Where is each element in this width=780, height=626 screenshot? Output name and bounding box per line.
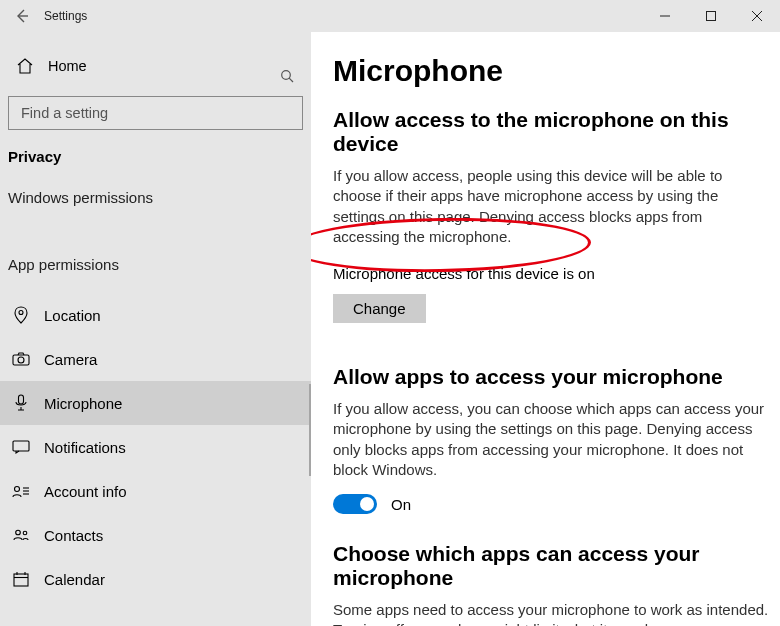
sidebar-item-contacts[interactable]: Contacts [0, 513, 311, 557]
sidebar: Home Privacy Windows permissions App per… [0, 32, 311, 626]
nav-group-privacy: Privacy [0, 148, 311, 165]
svg-point-12 [15, 487, 20, 492]
section-device-access-text: If you allow access, people using this d… [333, 166, 770, 247]
sidebar-item-microphone[interactable]: Microphone [0, 381, 311, 425]
sidebar-item-account-info[interactable]: Account info [0, 469, 311, 513]
nav-home-label: Home [48, 58, 87, 74]
notifications-icon [12, 440, 30, 454]
sidebar-item-location[interactable]: Location [0, 293, 311, 337]
nav-section-app-permissions: App permissions [0, 256, 311, 273]
sidebar-item-label: Microphone [44, 395, 122, 412]
title-bar: Settings [0, 0, 780, 32]
svg-point-17 [23, 531, 27, 535]
search-input[interactable] [8, 96, 303, 130]
account-info-icon [12, 484, 30, 498]
sidebar-item-label: Contacts [44, 527, 103, 544]
section-apps-access-text: If you allow access, you can choose whic… [333, 399, 770, 480]
app-title: Settings [44, 9, 87, 23]
section-choose-apps-title: Choose which apps can access your microp… [333, 542, 770, 590]
change-button[interactable]: Change [333, 294, 426, 323]
sidebar-item-notifications[interactable]: Notifications [0, 425, 311, 469]
close-button[interactable] [734, 0, 780, 32]
minimize-button[interactable] [642, 0, 688, 32]
camera-icon [12, 352, 30, 366]
svg-point-5 [282, 71, 291, 80]
back-button[interactable] [0, 0, 44, 32]
svg-point-7 [19, 311, 23, 315]
home-icon [16, 57, 34, 75]
device-access-status: Microphone access for this device is on [333, 265, 770, 282]
sidebar-item-camera[interactable]: Camera [0, 337, 311, 381]
sidebar-item-label: Camera [44, 351, 97, 368]
microphone-icon [12, 394, 30, 412]
window-controls [642, 0, 780, 32]
search-icon [280, 69, 295, 84]
apps-access-toggle-label: On [391, 496, 411, 513]
maximize-button[interactable] [688, 0, 734, 32]
svg-rect-10 [19, 395, 24, 404]
svg-line-6 [289, 78, 293, 82]
close-icon [752, 11, 762, 21]
sidebar-item-label: Account info [44, 483, 127, 500]
svg-rect-11 [13, 441, 29, 451]
svg-rect-18 [14, 574, 28, 586]
section-choose-apps-text: Some apps need to access your microphone… [333, 600, 770, 626]
svg-point-16 [16, 530, 21, 535]
sidebar-item-label: Notifications [44, 439, 126, 456]
sidebar-item-label: Location [44, 307, 101, 324]
page-title: Microphone [333, 54, 770, 88]
nav-home[interactable]: Home [0, 46, 311, 86]
section-device-access-title: Allow access to the microphone on this d… [333, 108, 770, 156]
location-icon [12, 306, 30, 324]
app-permissions-list: Location Camera Microphone Notifications [0, 293, 311, 601]
back-arrow-icon [14, 8, 30, 24]
sidebar-item-label: Calendar [44, 571, 105, 588]
calendar-icon [12, 571, 30, 587]
svg-point-9 [18, 357, 24, 363]
apps-access-toggle[interactable] [333, 494, 377, 514]
sidebar-item-calendar[interactable]: Calendar [0, 557, 311, 601]
nav-section-windows-permissions[interactable]: Windows permissions [0, 189, 311, 206]
maximize-icon [706, 11, 716, 21]
content-pane: Microphone Allow access to the microphon… [311, 32, 780, 626]
section-apps-access-title: Allow apps to access your microphone [333, 365, 770, 389]
contacts-icon [12, 528, 30, 542]
svg-rect-2 [707, 12, 716, 21]
minimize-icon [660, 11, 670, 21]
